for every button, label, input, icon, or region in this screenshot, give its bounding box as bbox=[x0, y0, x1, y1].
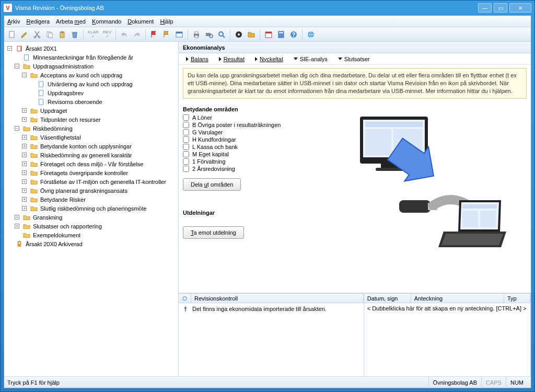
calendar-icon[interactable] bbox=[263, 29, 274, 40]
area-checkbox[interactable]: G Varulager bbox=[183, 129, 319, 135]
help-icon[interactable]: ? bbox=[288, 29, 299, 40]
collapse-icon[interactable]: − bbox=[15, 64, 19, 68]
tree-item[interactable]: +Övrig planerad granskningsansats bbox=[21, 186, 177, 195]
anteckning-body[interactable]: < Dubbelklicka här för att skapa en ny a… bbox=[364, 303, 530, 376]
close-button[interactable]: ✕ bbox=[509, 3, 531, 13]
minimize-button[interactable]: — bbox=[478, 3, 492, 13]
expand-icon[interactable]: + bbox=[22, 153, 27, 157]
menu-redigera[interactable]: Redigera bbox=[26, 18, 50, 25]
print-preview-icon[interactable] bbox=[203, 29, 215, 40]
tree-item[interactable]: −Uppdragsadministration bbox=[14, 62, 177, 71]
expand-icon[interactable]: + bbox=[15, 224, 19, 228]
print-icon[interactable] bbox=[191, 29, 202, 40]
expand-icon[interactable]: + bbox=[22, 188, 27, 193]
svg-rect-43 bbox=[480, 211, 496, 227]
tree-archived[interactable]: Årsakt 20X0 Arkiverad bbox=[6, 239, 177, 248]
tree-item[interactable]: Uppdragsbrev bbox=[28, 88, 177, 97]
svg-rect-4 bbox=[49, 33, 52, 38]
new-icon[interactable] bbox=[6, 29, 18, 40]
expand-icon[interactable]: + bbox=[22, 197, 27, 202]
paste-icon[interactable] bbox=[56, 29, 68, 40]
flag-b-icon[interactable] bbox=[161, 29, 172, 40]
expand-icon[interactable]: + bbox=[22, 135, 27, 140]
menu-arkiv[interactable]: Arkiv bbox=[7, 18, 20, 25]
rev-icon[interactable]: REV✓ bbox=[101, 29, 113, 40]
svg-rect-27 bbox=[25, 54, 29, 60]
expand-icon[interactable]: + bbox=[22, 162, 27, 166]
disc-icon[interactable] bbox=[233, 29, 245, 40]
expand-icon[interactable]: + bbox=[15, 215, 19, 220]
tree-label: Förståelse av IT-miljön och generella IT… bbox=[40, 179, 166, 185]
cut-icon[interactable] bbox=[31, 29, 43, 40]
tree-root[interactable]: − Årsakt 20X1 bbox=[6, 44, 177, 53]
tree-item[interactable]: +Betydande Risker bbox=[21, 195, 177, 204]
folder-open-icon bbox=[22, 62, 31, 71]
tree-item[interactable]: +Granskning bbox=[14, 213, 177, 222]
tab-slutsatser[interactable]: Slutsatser bbox=[334, 56, 374, 62]
tree-item[interactable]: Utvärdering av kund och uppdrag bbox=[28, 79, 177, 88]
flag-a-icon[interactable] bbox=[148, 29, 160, 40]
window-icon[interactable] bbox=[173, 29, 185, 40]
expand-icon[interactable]: + bbox=[22, 179, 27, 184]
tab-nyckeltal[interactable]: Nyckeltal bbox=[251, 56, 287, 62]
svg-rect-12 bbox=[195, 36, 198, 38]
tree-panel[interactable]: − Årsakt 20X1 Minnesanteckningar från fö… bbox=[4, 42, 179, 376]
area-checkbox[interactable]: L Kassa och bank bbox=[183, 144, 319, 150]
bottom-panels: Revisionskontroll Det finns inga ekonomi… bbox=[179, 293, 531, 376]
tab-sie[interactable]: SIE-analys bbox=[289, 56, 332, 62]
menu-arbeta-med[interactable]: Arbeta med bbox=[56, 18, 86, 25]
expand-icon[interactable]: + bbox=[22, 144, 27, 148]
tree-item[interactable]: +Betydande konton och upplysningar bbox=[21, 142, 177, 151]
tree-item[interactable]: +Slutsatser och rapportering bbox=[14, 222, 177, 230]
copy-icon[interactable] bbox=[44, 29, 55, 40]
tree-label: Betydande konton och upplysningar bbox=[40, 143, 132, 149]
tree-item[interactable]: +Företagets övergripande kontroller bbox=[21, 168, 177, 177]
expand-icon[interactable]: + bbox=[22, 117, 27, 122]
collapse-icon[interactable]: − bbox=[22, 73, 27, 77]
tree-item[interactable]: +Förståelse av IT-miljön och generella I… bbox=[21, 177, 177, 186]
dela-ut-button[interactable]: Dela ut områden bbox=[183, 178, 241, 191]
tree-item[interactable]: +Slutlig riskbedömning och planeringsmöt… bbox=[21, 204, 177, 213]
delete-icon[interactable] bbox=[69, 29, 80, 40]
subnav: Balans Resultat Nyckeltal SIE-analys Slu… bbox=[179, 53, 531, 65]
menu-hjalp[interactable]: Hjälp bbox=[160, 18, 173, 25]
area-checkbox[interactable]: 2 Årsredovisning bbox=[183, 166, 319, 172]
collapse-icon[interactable]: − bbox=[15, 126, 19, 131]
area-checkbox[interactable]: H Kundfordringar bbox=[183, 136, 319, 143]
tree-item[interactable]: −Riskbedömning bbox=[14, 124, 177, 133]
expand-icon[interactable]: + bbox=[22, 108, 27, 113]
undo-icon[interactable] bbox=[119, 29, 130, 40]
tree-item[interactable]: +Företaget och dess miljö - Vår förståel… bbox=[21, 159, 177, 168]
tree-item[interactable]: +Väsentlighetstal bbox=[21, 133, 177, 142]
tree-item[interactable]: Minnesanteckningar från föregående år bbox=[14, 53, 177, 62]
folder-icon bbox=[30, 204, 38, 213]
redo-icon[interactable] bbox=[131, 29, 143, 40]
menu-kommando[interactable]: Kommando bbox=[92, 18, 121, 25]
calc-icon[interactable] bbox=[275, 29, 287, 40]
ta-emot-button[interactable]: Ta emot utdelning bbox=[183, 226, 244, 239]
area-checkbox[interactable]: M Eget kapital bbox=[183, 151, 319, 157]
tree-item[interactable]: −Acceptans av kund och uppdrag bbox=[21, 71, 177, 79]
col-datum: Datum, sign bbox=[364, 294, 411, 303]
tab-balans[interactable]: Balans bbox=[182, 56, 213, 62]
collapse-icon[interactable]: − bbox=[7, 46, 12, 51]
tree-item[interactable]: +Uppdraget bbox=[21, 106, 177, 115]
klar-icon[interactable]: KLAR✓ bbox=[86, 29, 100, 40]
menu-dokument[interactable]: Dokument bbox=[127, 18, 154, 25]
edit-icon[interactable] bbox=[19, 29, 30, 40]
expand-icon[interactable]: + bbox=[22, 206, 27, 211]
tree-item[interactable]: Exempeldokument bbox=[14, 230, 177, 239]
tree-item[interactable]: +Tidpunkter och resurser bbox=[21, 115, 177, 124]
tree-item[interactable]: Revisorns oberoende bbox=[28, 97, 177, 106]
tree-label: Acceptans av kund och uppdrag bbox=[40, 72, 122, 78]
maximize-button[interactable]: ▭ bbox=[494, 3, 507, 13]
area-checkbox[interactable]: A Löner bbox=[183, 114, 319, 121]
search-icon[interactable] bbox=[216, 29, 227, 40]
expand-icon[interactable]: + bbox=[22, 170, 27, 175]
tab-resultat[interactable]: Resultat bbox=[215, 56, 249, 62]
globe-icon[interactable] bbox=[305, 29, 317, 40]
folder-icon[interactable] bbox=[246, 29, 257, 40]
tree-item[interactable]: +Riskbedömning av generell karaktär bbox=[21, 151, 177, 159]
area-checkbox[interactable]: 1 Förvaltning bbox=[183, 158, 319, 165]
area-checkbox[interactable]: B Övriga poster i resultaträkningen bbox=[183, 122, 319, 128]
